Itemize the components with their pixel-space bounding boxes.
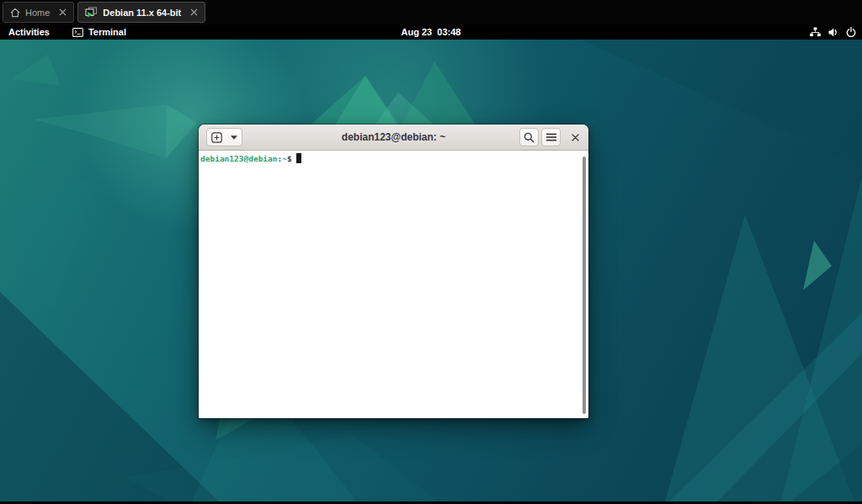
- menu-button[interactable]: [541, 128, 561, 146]
- prompt-user-host: debian123@debian: [200, 154, 278, 163]
- new-tab-dropdown-button[interactable]: [226, 128, 242, 146]
- vm-tab-home[interactable]: Home: [3, 2, 74, 23]
- vm-play-icon: [85, 7, 98, 18]
- terminal-app-icon: [72, 28, 83, 37]
- terminal-scrollbar[interactable]: [583, 157, 586, 414]
- volume-icon: [828, 28, 838, 37]
- gnome-top-bar: Activities Terminal Aug 23 03:48: [0, 24, 862, 40]
- terminal-window-title: debian123@debian: ~: [249, 125, 538, 150]
- focused-app-indicator[interactable]: Terminal: [72, 27, 126, 37]
- vm-tab-debian[interactable]: Debian 11.x 64-bit: [77, 2, 205, 23]
- vm-tab-label: Debian 11.x 64-bit: [103, 8, 181, 18]
- terminal-cursor: [296, 153, 301, 163]
- close-icon[interactable]: [59, 8, 67, 16]
- close-icon[interactable]: [190, 8, 198, 16]
- prompt-symbol: $: [287, 154, 292, 163]
- system-status-area[interactable]: [810, 24, 856, 40]
- terminal-window: debian123@debian: ~: [199, 125, 588, 418]
- home-icon: [10, 8, 20, 18]
- network-wired-icon: [810, 27, 821, 37]
- new-tab-button[interactable]: [206, 128, 227, 146]
- menu-icon: [546, 133, 556, 141]
- vm-tab-label: Home: [25, 8, 50, 18]
- search-icon: [524, 132, 535, 143]
- new-tab-icon: [211, 132, 222, 143]
- terminal-content-area[interactable]: debian123@debian:~$: [199, 151, 588, 418]
- window-close-button[interactable]: [567, 128, 583, 146]
- focused-app-name: Terminal: [88, 27, 126, 37]
- shell-prompt: debian123@debian:~$: [199, 151, 588, 163]
- search-button[interactable]: [519, 128, 539, 146]
- clock[interactable]: Aug 23 03:48: [0, 27, 862, 37]
- close-icon: [572, 134, 579, 141]
- vm-tab-bar: Home Debian 11.x 64-bit: [0, 0, 862, 24]
- vmware-workstation-window: Home Debian 11.x 64-bit Activities: [0, 0, 862, 504]
- power-icon: [846, 27, 856, 37]
- chevron-down-icon: [231, 135, 237, 140]
- terminal-header-bar[interactable]: debian123@debian: ~: [199, 125, 588, 151]
- activities-button[interactable]: Activities: [8, 27, 50, 37]
